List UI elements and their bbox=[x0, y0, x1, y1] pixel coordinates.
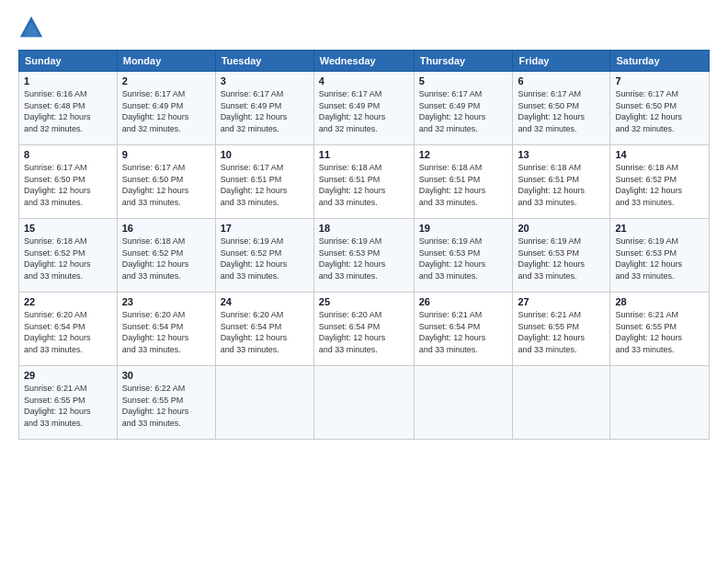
col-header-monday: Monday bbox=[117, 51, 215, 72]
day-number: 13 bbox=[518, 149, 605, 160]
day-detail: Sunrise: 6:19 AMSunset: 6:53 PMDaylight:… bbox=[319, 236, 386, 281]
day-detail: Sunrise: 6:20 AMSunset: 6:54 PMDaylight:… bbox=[122, 310, 189, 354]
day-cell: 8 Sunrise: 6:17 AMSunset: 6:50 PMDayligh… bbox=[19, 145, 118, 219]
week-row-2: 8 Sunrise: 6:17 AMSunset: 6:50 PMDayligh… bbox=[19, 145, 710, 219]
day-number: 26 bbox=[419, 296, 508, 307]
page: SundayMondayTuesdayWednesdayThursdayFrid… bbox=[0, 0, 728, 563]
day-number: 9 bbox=[122, 149, 210, 160]
day-cell: 27 Sunrise: 6:21 AMSunset: 6:55 PMDaylig… bbox=[513, 293, 610, 366]
day-detail: Sunrise: 6:17 AMSunset: 6:50 PMDaylight:… bbox=[615, 89, 682, 133]
day-detail: Sunrise: 6:17 AMSunset: 6:49 PMDaylight:… bbox=[122, 89, 189, 133]
day-number: 27 bbox=[518, 296, 605, 307]
week-row-1: 1 Sunrise: 6:16 AMSunset: 6:48 PMDayligh… bbox=[19, 72, 710, 145]
day-detail: Sunrise: 6:18 AMSunset: 6:51 PMDaylight:… bbox=[419, 163, 486, 207]
day-number: 2 bbox=[122, 75, 210, 86]
day-cell bbox=[414, 366, 513, 440]
day-detail: Sunrise: 6:18 AMSunset: 6:51 PMDaylight:… bbox=[319, 163, 386, 207]
day-number: 8 bbox=[24, 149, 112, 160]
logo bbox=[18, 15, 50, 40]
day-cell: 21 Sunrise: 6:19 AMSunset: 6:53 PMDaylig… bbox=[610, 219, 710, 293]
day-number: 14 bbox=[615, 149, 704, 160]
day-number: 22 bbox=[24, 296, 112, 307]
day-number: 1 bbox=[24, 75, 112, 86]
day-number: 16 bbox=[122, 223, 210, 234]
col-header-sunday: Sunday bbox=[19, 51, 118, 72]
day-cell: 28 Sunrise: 6:21 AMSunset: 6:55 PMDaylig… bbox=[610, 293, 710, 366]
day-detail: Sunrise: 6:17 AMSunset: 6:49 PMDaylight:… bbox=[221, 89, 288, 133]
day-cell: 6 Sunrise: 6:17 AMSunset: 6:50 PMDayligh… bbox=[513, 72, 610, 145]
day-cell: 20 Sunrise: 6:19 AMSunset: 6:53 PMDaylig… bbox=[513, 219, 610, 293]
col-header-friday: Friday bbox=[513, 51, 610, 72]
day-detail: Sunrise: 6:20 AMSunset: 6:54 PMDaylight:… bbox=[221, 310, 288, 354]
day-number: 20 bbox=[518, 223, 605, 234]
day-detail: Sunrise: 6:17 AMSunset: 6:49 PMDaylight:… bbox=[419, 89, 486, 133]
day-cell: 13 Sunrise: 6:18 AMSunset: 6:51 PMDaylig… bbox=[513, 145, 610, 219]
day-detail: Sunrise: 6:19 AMSunset: 6:52 PMDaylight:… bbox=[221, 236, 288, 281]
day-detail: Sunrise: 6:17 AMSunset: 6:51 PMDaylight:… bbox=[221, 163, 288, 207]
day-number: 29 bbox=[24, 370, 112, 381]
day-cell: 25 Sunrise: 6:20 AMSunset: 6:54 PMDaylig… bbox=[313, 293, 414, 366]
day-cell: 15 Sunrise: 6:18 AMSunset: 6:52 PMDaylig… bbox=[19, 219, 118, 293]
day-cell bbox=[513, 366, 610, 440]
day-number: 5 bbox=[419, 75, 508, 86]
day-cell: 22 Sunrise: 6:20 AMSunset: 6:54 PMDaylig… bbox=[19, 293, 118, 366]
day-number: 19 bbox=[419, 223, 508, 234]
day-cell: 26 Sunrise: 6:21 AMSunset: 6:54 PMDaylig… bbox=[414, 293, 513, 366]
day-number: 25 bbox=[319, 296, 409, 307]
day-detail: Sunrise: 6:21 AMSunset: 6:54 PMDaylight:… bbox=[419, 310, 486, 354]
day-detail: Sunrise: 6:17 AMSunset: 6:50 PMDaylight:… bbox=[518, 89, 585, 133]
week-row-5: 29 Sunrise: 6:21 AMSunset: 6:55 PMDaylig… bbox=[19, 366, 710, 440]
day-cell: 19 Sunrise: 6:19 AMSunset: 6:53 PMDaylig… bbox=[414, 219, 513, 293]
day-detail: Sunrise: 6:19 AMSunset: 6:53 PMDaylight:… bbox=[615, 236, 682, 281]
day-detail: Sunrise: 6:22 AMSunset: 6:55 PMDaylight:… bbox=[122, 384, 189, 428]
day-detail: Sunrise: 6:21 AMSunset: 6:55 PMDaylight:… bbox=[24, 384, 91, 428]
col-header-saturday: Saturday bbox=[610, 51, 710, 72]
day-cell: 17 Sunrise: 6:19 AMSunset: 6:52 PMDaylig… bbox=[215, 219, 313, 293]
week-row-3: 15 Sunrise: 6:18 AMSunset: 6:52 PMDaylig… bbox=[19, 219, 710, 293]
day-number: 7 bbox=[615, 75, 704, 86]
day-detail: Sunrise: 6:17 AMSunset: 6:50 PMDaylight:… bbox=[122, 163, 189, 207]
day-detail: Sunrise: 6:19 AMSunset: 6:53 PMDaylight:… bbox=[518, 236, 585, 281]
day-cell: 12 Sunrise: 6:18 AMSunset: 6:51 PMDaylig… bbox=[414, 145, 513, 219]
day-number: 11 bbox=[319, 149, 409, 160]
day-detail: Sunrise: 6:18 AMSunset: 6:51 PMDaylight:… bbox=[518, 163, 585, 207]
day-number: 6 bbox=[518, 75, 605, 86]
day-number: 24 bbox=[221, 296, 309, 307]
day-detail: Sunrise: 6:18 AMSunset: 6:52 PMDaylight:… bbox=[615, 163, 682, 207]
day-detail: Sunrise: 6:21 AMSunset: 6:55 PMDaylight:… bbox=[615, 310, 682, 354]
day-cell bbox=[215, 366, 313, 440]
day-number: 28 bbox=[615, 296, 704, 307]
day-number: 4 bbox=[319, 75, 409, 86]
day-cell: 9 Sunrise: 6:17 AMSunset: 6:50 PMDayligh… bbox=[117, 145, 215, 219]
day-detail: Sunrise: 6:17 AMSunset: 6:49 PMDaylight:… bbox=[319, 89, 386, 133]
day-number: 23 bbox=[122, 296, 210, 307]
header-row: SundayMondayTuesdayWednesdayThursdayFrid… bbox=[19, 51, 710, 72]
header bbox=[18, 15, 710, 40]
day-cell: 11 Sunrise: 6:18 AMSunset: 6:51 PMDaylig… bbox=[313, 145, 414, 219]
day-cell bbox=[610, 366, 710, 440]
day-cell: 18 Sunrise: 6:19 AMSunset: 6:53 PMDaylig… bbox=[313, 219, 414, 293]
day-detail: Sunrise: 6:21 AMSunset: 6:55 PMDaylight:… bbox=[518, 310, 585, 354]
day-cell: 14 Sunrise: 6:18 AMSunset: 6:52 PMDaylig… bbox=[610, 145, 710, 219]
day-cell: 23 Sunrise: 6:20 AMSunset: 6:54 PMDaylig… bbox=[117, 293, 215, 366]
col-header-tuesday: Tuesday bbox=[215, 51, 313, 72]
day-cell: 16 Sunrise: 6:18 AMSunset: 6:52 PMDaylig… bbox=[117, 219, 215, 293]
day-cell: 2 Sunrise: 6:17 AMSunset: 6:49 PMDayligh… bbox=[117, 72, 215, 145]
col-header-wednesday: Wednesday bbox=[313, 51, 414, 72]
day-detail: Sunrise: 6:20 AMSunset: 6:54 PMDaylight:… bbox=[24, 310, 91, 354]
week-row-4: 22 Sunrise: 6:20 AMSunset: 6:54 PMDaylig… bbox=[19, 293, 710, 366]
day-cell: 1 Sunrise: 6:16 AMSunset: 6:48 PMDayligh… bbox=[19, 72, 118, 145]
day-cell: 5 Sunrise: 6:17 AMSunset: 6:49 PMDayligh… bbox=[414, 72, 513, 145]
day-detail: Sunrise: 6:16 AMSunset: 6:48 PMDaylight:… bbox=[24, 89, 91, 133]
day-cell: 3 Sunrise: 6:17 AMSunset: 6:49 PMDayligh… bbox=[215, 72, 313, 145]
day-number: 21 bbox=[615, 223, 704, 234]
day-cell bbox=[313, 366, 414, 440]
logo-icon bbox=[18, 15, 44, 40]
day-detail: Sunrise: 6:18 AMSunset: 6:52 PMDaylight:… bbox=[122, 236, 189, 281]
day-cell: 7 Sunrise: 6:17 AMSunset: 6:50 PMDayligh… bbox=[610, 72, 710, 145]
day-detail: Sunrise: 6:17 AMSunset: 6:50 PMDaylight:… bbox=[24, 163, 91, 207]
day-number: 17 bbox=[221, 223, 309, 234]
day-cell: 4 Sunrise: 6:17 AMSunset: 6:49 PMDayligh… bbox=[313, 72, 414, 145]
day-detail: Sunrise: 6:19 AMSunset: 6:53 PMDaylight:… bbox=[419, 236, 486, 281]
day-number: 12 bbox=[419, 149, 508, 160]
